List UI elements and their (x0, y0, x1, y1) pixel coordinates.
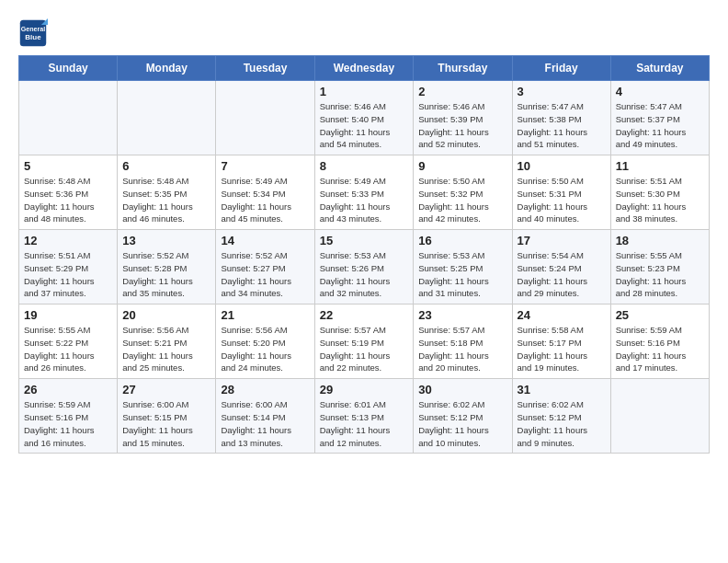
calendar-cell: 13Sunrise: 5:52 AM Sunset: 5:28 PM Dayli… (118, 230, 216, 304)
calendar-cell: 4Sunrise: 5:47 AM Sunset: 5:37 PM Daylig… (610, 81, 709, 155)
day-info: Sunrise: 5:50 AM Sunset: 5:31 PM Dayligh… (518, 175, 606, 225)
day-info: Sunrise: 5:56 AM Sunset: 5:20 PM Dayligh… (221, 324, 309, 374)
calendar-week-row: 19Sunrise: 5:55 AM Sunset: 5:22 PM Dayli… (19, 304, 710, 379)
calendar-cell: 7Sunrise: 5:49 AM Sunset: 5:34 PM Daylig… (216, 155, 314, 230)
day-info: Sunrise: 5:47 AM Sunset: 5:38 PM Dayligh… (518, 100, 606, 151)
day-number: 25 (616, 308, 704, 322)
weekday-header: Friday (512, 56, 610, 81)
day-number: 24 (518, 308, 606, 322)
calendar-cell: 25Sunrise: 5:59 AM Sunset: 5:16 PM Dayli… (610, 304, 709, 379)
day-number: 2 (418, 85, 506, 98)
day-info: Sunrise: 6:00 AM Sunset: 5:14 PM Dayligh… (221, 398, 309, 449)
day-number: 31 (518, 383, 606, 396)
day-number: 14 (221, 234, 309, 247)
svg-text:General: General (21, 26, 46, 33)
calendar-cell: 18Sunrise: 5:55 AM Sunset: 5:23 PM Dayli… (610, 230, 709, 304)
calendar-cell: 8Sunrise: 5:49 AM Sunset: 5:33 PM Daylig… (314, 155, 414, 230)
day-info: Sunrise: 5:51 AM Sunset: 5:29 PM Dayligh… (24, 249, 112, 300)
calendar-cell (216, 81, 314, 155)
day-info: Sunrise: 5:57 AM Sunset: 5:19 PM Dayligh… (320, 324, 409, 374)
day-number: 23 (418, 308, 506, 322)
page: General Blue SundayMondayTuesdayWednesda… (0, 0, 728, 463)
calendar-cell: 12Sunrise: 5:51 AM Sunset: 5:29 PM Dayli… (19, 230, 118, 304)
day-number: 7 (221, 159, 309, 173)
day-number: 12 (24, 234, 112, 247)
calendar-week-row: 5Sunrise: 5:48 AM Sunset: 5:36 PM Daylig… (19, 155, 710, 230)
weekday-header: Wednesday (314, 56, 414, 81)
calendar-week-row: 12Sunrise: 5:51 AM Sunset: 5:29 PM Dayli… (19, 230, 710, 304)
day-info: Sunrise: 5:49 AM Sunset: 5:33 PM Dayligh… (320, 175, 409, 225)
day-number: 26 (24, 383, 112, 396)
day-number: 19 (24, 308, 112, 322)
calendar-cell (19, 81, 118, 155)
day-info: Sunrise: 5:50 AM Sunset: 5:32 PM Dayligh… (418, 175, 506, 225)
day-number: 1 (320, 85, 409, 98)
calendar-cell: 3Sunrise: 5:47 AM Sunset: 5:38 PM Daylig… (512, 81, 610, 155)
calendar-week-row: 26Sunrise: 5:59 AM Sunset: 5:16 PM Dayli… (19, 379, 710, 454)
day-info: Sunrise: 5:49 AM Sunset: 5:34 PM Dayligh… (221, 175, 309, 225)
calendar-cell: 15Sunrise: 5:53 AM Sunset: 5:26 PM Dayli… (314, 230, 414, 304)
weekday-header: Tuesday (216, 56, 314, 81)
calendar-cell (610, 379, 709, 454)
day-info: Sunrise: 6:02 AM Sunset: 5:12 PM Dayligh… (518, 398, 606, 449)
calendar-cell: 5Sunrise: 5:48 AM Sunset: 5:36 PM Daylig… (19, 155, 118, 230)
day-info: Sunrise: 5:47 AM Sunset: 5:37 PM Dayligh… (616, 100, 704, 151)
calendar-cell: 30Sunrise: 6:02 AM Sunset: 5:12 PM Dayli… (414, 379, 512, 454)
day-info: Sunrise: 5:54 AM Sunset: 5:24 PM Dayligh… (518, 249, 606, 300)
calendar-cell: 9Sunrise: 5:50 AM Sunset: 5:32 PM Daylig… (414, 155, 512, 230)
calendar-cell: 21Sunrise: 5:56 AM Sunset: 5:20 PM Dayli… (216, 304, 314, 379)
calendar-cell: 26Sunrise: 5:59 AM Sunset: 5:16 PM Dayli… (19, 379, 118, 454)
day-info: Sunrise: 5:57 AM Sunset: 5:18 PM Dayligh… (418, 324, 506, 374)
day-number: 9 (418, 159, 506, 173)
day-number: 18 (616, 234, 704, 247)
calendar-cell: 2Sunrise: 5:46 AM Sunset: 5:39 PM Daylig… (414, 81, 512, 155)
day-info: Sunrise: 5:53 AM Sunset: 5:25 PM Dayligh… (418, 249, 506, 300)
day-number: 27 (122, 383, 210, 396)
calendar-cell: 14Sunrise: 5:52 AM Sunset: 5:27 PM Dayli… (216, 230, 314, 304)
calendar-header-row: SundayMondayTuesdayWednesdayThursdayFrid… (19, 56, 710, 81)
day-info: Sunrise: 5:52 AM Sunset: 5:27 PM Dayligh… (221, 249, 309, 300)
day-number: 21 (221, 308, 309, 322)
weekday-header: Sunday (19, 56, 118, 81)
day-number: 20 (122, 308, 210, 322)
day-number: 6 (122, 159, 210, 173)
calendar-cell: 1Sunrise: 5:46 AM Sunset: 5:40 PM Daylig… (314, 81, 414, 155)
day-info: Sunrise: 5:59 AM Sunset: 5:16 PM Dayligh… (24, 398, 112, 449)
calendar-cell: 19Sunrise: 5:55 AM Sunset: 5:22 PM Dayli… (19, 304, 118, 379)
day-number: 28 (221, 383, 309, 396)
day-info: Sunrise: 6:01 AM Sunset: 5:13 PM Dayligh… (320, 398, 409, 449)
day-info: Sunrise: 5:48 AM Sunset: 5:36 PM Dayligh… (24, 175, 112, 225)
weekday-header: Monday (118, 56, 216, 81)
calendar-cell: 20Sunrise: 5:56 AM Sunset: 5:21 PM Dayli… (118, 304, 216, 379)
day-number: 22 (320, 308, 409, 322)
day-number: 16 (418, 234, 506, 247)
calendar-cell: 28Sunrise: 6:00 AM Sunset: 5:14 PM Dayli… (216, 379, 314, 454)
day-number: 15 (320, 234, 409, 247)
calendar-cell: 29Sunrise: 6:01 AM Sunset: 5:13 PM Dayli… (314, 379, 414, 454)
day-number: 8 (320, 159, 409, 173)
day-number: 29 (320, 383, 409, 396)
day-info: Sunrise: 5:59 AM Sunset: 5:16 PM Dayligh… (616, 324, 704, 374)
calendar-cell: 17Sunrise: 5:54 AM Sunset: 5:24 PM Dayli… (512, 230, 610, 304)
day-info: Sunrise: 6:00 AM Sunset: 5:15 PM Dayligh… (122, 398, 210, 449)
logo: General Blue (18, 18, 51, 48)
calendar-cell: 24Sunrise: 5:58 AM Sunset: 5:17 PM Dayli… (512, 304, 610, 379)
calendar-cell: 10Sunrise: 5:50 AM Sunset: 5:31 PM Dayli… (512, 155, 610, 230)
calendar-cell: 31Sunrise: 6:02 AM Sunset: 5:12 PM Dayli… (512, 379, 610, 454)
day-info: Sunrise: 5:46 AM Sunset: 5:40 PM Dayligh… (320, 100, 409, 151)
day-info: Sunrise: 5:55 AM Sunset: 5:23 PM Dayligh… (616, 249, 704, 300)
day-info: Sunrise: 5:46 AM Sunset: 5:39 PM Dayligh… (418, 100, 506, 151)
day-info: Sunrise: 5:56 AM Sunset: 5:21 PM Dayligh… (122, 324, 210, 374)
day-number: 13 (122, 234, 210, 247)
day-number: 10 (518, 159, 606, 173)
calendar-cell: 6Sunrise: 5:48 AM Sunset: 5:35 PM Daylig… (118, 155, 216, 230)
day-info: Sunrise: 5:51 AM Sunset: 5:30 PM Dayligh… (616, 175, 704, 225)
day-number: 17 (518, 234, 606, 247)
calendar-table: SundayMondayTuesdayWednesdayThursdayFrid… (18, 55, 710, 454)
day-number: 5 (24, 159, 112, 173)
day-number: 3 (518, 85, 606, 98)
weekday-header: Saturday (610, 56, 709, 81)
header: General Blue (18, 18, 710, 48)
day-number: 11 (616, 159, 704, 173)
day-info: Sunrise: 5:58 AM Sunset: 5:17 PM Dayligh… (518, 324, 606, 374)
